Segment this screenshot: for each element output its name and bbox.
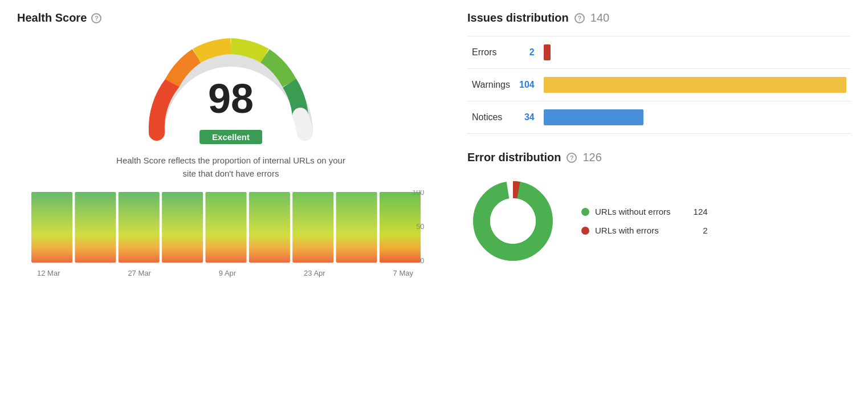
issues-distribution-section: Issues distribution ? 140 Errors 2 — [467, 11, 851, 134]
health-score-help-icon[interactable]: ? — [91, 13, 101, 23]
notices-label: Notices — [467, 101, 515, 134]
notices-row: Notices 34 — [467, 101, 851, 134]
gauge-score: 98 — [208, 78, 254, 119]
errors-row: Errors 2 — [467, 36, 851, 69]
notices-bar-cell — [539, 101, 851, 134]
gauge-container: 98 Excellent — [140, 36, 322, 150]
errors-bar — [544, 44, 551, 60]
notices-count[interactable]: 34 — [515, 101, 539, 134]
right-panel: Issues distribution ? 140 Errors 2 — [467, 11, 851, 390]
svg-rect-4 — [162, 192, 203, 263]
notices-bar — [544, 109, 643, 125]
legend-value-with-errors: 2 — [703, 226, 707, 235]
warnings-row: Warnings 104 — [467, 69, 851, 101]
legend-item-no-errors: URLs without errors 124 — [581, 207, 708, 216]
warnings-label: Warnings — [467, 69, 515, 101]
health-score-panel: Health Score ? — [17, 11, 445, 390]
warnings-count[interactable]: 104 — [515, 69, 539, 101]
errors-count[interactable]: 2 — [515, 36, 539, 69]
health-score-title: Health Score — [17, 11, 87, 24]
svg-rect-8 — [336, 192, 377, 263]
x-label-5: 7 May — [393, 269, 413, 277]
x-label-3: 9 Apr — [219, 269, 236, 277]
error-dist-content: URLs without errors 124 URLs with errors… — [467, 175, 851, 267]
history-chart-svg: 100 50 0 — [31, 190, 430, 264]
distribution-table: Errors 2 Warnings 104 — [467, 36, 851, 134]
issues-distribution-header: Issues distribution ? 140 — [467, 11, 851, 24]
issues-distribution-total: 140 — [590, 11, 609, 24]
legend-dot-no-errors — [581, 208, 589, 216]
svg-text:100: 100 — [412, 190, 424, 197]
error-distribution-header: Error distribution ? 126 — [467, 151, 851, 164]
donut-container — [467, 175, 559, 267]
donut-svg — [467, 175, 559, 267]
gauge-label-badge: Excellent — [199, 130, 262, 144]
svg-rect-9 — [380, 192, 421, 263]
svg-rect-7 — [292, 192, 333, 263]
svg-rect-6 — [249, 192, 290, 263]
svg-text:0: 0 — [420, 257, 424, 264]
issues-distribution-title: Issues distribution — [467, 11, 569, 24]
errors-bar-cell — [539, 36, 851, 69]
legend: URLs without errors 124 URLs with errors… — [581, 207, 708, 235]
gauge-description: Health Score reflects the proportion of … — [111, 154, 351, 180]
x-label-4: 23 Apr — [304, 269, 325, 277]
legend-value-no-errors: 124 — [694, 207, 708, 216]
svg-point-15 — [490, 198, 536, 244]
legend-label-with-errors: URLs with errors — [595, 226, 680, 235]
svg-rect-2 — [75, 192, 116, 263]
svg-text:50: 50 — [416, 223, 424, 231]
svg-rect-1 — [31, 192, 72, 263]
error-distribution-total: 126 — [582, 151, 601, 164]
issues-distribution-help-icon[interactable]: ? — [574, 13, 585, 23]
legend-item-with-errors: URLs with errors 2 — [581, 226, 708, 235]
legend-dot-with-errors — [581, 227, 589, 235]
health-score-header: Health Score ? — [17, 11, 445, 24]
svg-rect-3 — [119, 192, 160, 263]
error-distribution-section: Error distribution ? 126 — [467, 151, 851, 267]
legend-label-no-errors: URLs without errors — [595, 207, 671, 216]
x-label-2: 27 Mar — [128, 269, 150, 277]
warnings-bar — [544, 77, 846, 93]
history-chart-container: 100 50 0 12 Mar 27 Mar 9 Apr 23 Apr 7 Ma… — [31, 190, 430, 281]
svg-rect-5 — [205, 192, 246, 263]
warnings-bar-cell — [539, 69, 851, 101]
chart-x-labels: 12 Mar 27 Mar 9 Apr 23 Apr 7 May — [31, 267, 419, 277]
error-distribution-help-icon[interactable]: ? — [567, 153, 577, 163]
error-distribution-title: Error distribution — [467, 151, 561, 164]
x-label-1: 12 Mar — [37, 269, 60, 277]
errors-label: Errors — [467, 36, 515, 69]
